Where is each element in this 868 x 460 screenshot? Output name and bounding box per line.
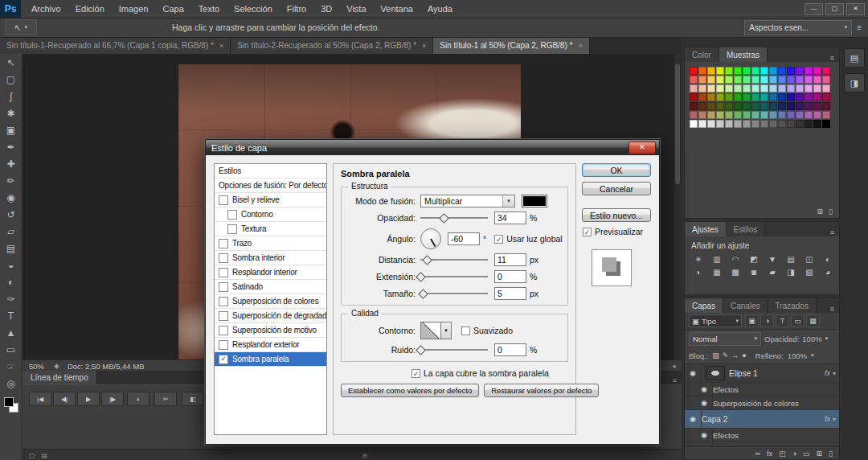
color-swatch[interactable]: [707, 76, 715, 84]
color-swatch[interactable]: [751, 76, 760, 84]
color-swatch[interactable]: [690, 67, 698, 75]
color-swatch[interactable]: [796, 67, 804, 75]
color-swatch[interactable]: [734, 120, 742, 128]
layer-blend-mode-select[interactable]: Normal ▾: [689, 332, 761, 346]
vibrance-icon[interactable]: ▼: [764, 253, 781, 265]
style-item-contorno[interactable]: Contorno: [215, 207, 326, 222]
menu-ventana[interactable]: Ventana: [374, 0, 420, 18]
clone-stamp-tool[interactable]: ◉: [0, 189, 22, 206]
zoom-level[interactable]: 50%: [23, 362, 51, 371]
new-adjustment-layer-icon[interactable]: ◑: [792, 450, 796, 458]
contour-dropdown-icon[interactable]: ▾: [441, 322, 452, 339]
style-item-trazo[interactable]: Trazo: [215, 236, 326, 251]
noise-value[interactable]: 0: [494, 343, 526, 356]
set-defaults-button[interactable]: Establecer como valores por defecto: [341, 384, 479, 397]
style-checkbox[interactable]: [219, 253, 228, 263]
color-swatch[interactable]: [734, 111, 742, 119]
menu-seleccion[interactable]: Selección: [227, 0, 280, 18]
color-swatch[interactable]: [813, 102, 821, 110]
collapse-icon[interactable]: ▸: [673, 362, 682, 370]
spread-slider[interactable]: [420, 272, 488, 281]
color-swatch[interactable]: [778, 84, 786, 92]
cancel-button[interactable]: Cancelar: [582, 182, 651, 195]
visibility-eye-icon[interactable]: ◉: [696, 396, 713, 409]
distance-value[interactable]: 11: [494, 253, 526, 266]
color-swatch[interactable]: [751, 120, 760, 128]
new-layer-icon[interactable]: ⊞: [817, 450, 823, 458]
color-swatch[interactable]: [707, 67, 715, 75]
tab-timeline[interactable]: Línea de tiempo: [23, 371, 97, 384]
visibility-eye-icon[interactable]: ◉: [696, 383, 713, 396]
posterize-icon[interactable]: ▰: [764, 266, 781, 278]
color-swatch[interactable]: [725, 120, 733, 128]
color-swatch[interactable]: [822, 111, 830, 119]
color-swatch[interactable]: [813, 111, 821, 119]
style-item-satinado[interactable]: Satinado: [215, 280, 326, 294]
tab-estilos[interactable]: Estilos: [727, 222, 765, 236]
document-tab[interactable]: Sin título-1-Recuperado al 66,7% (Capa 1…: [0, 37, 231, 54]
color-swatch[interactable]: [743, 102, 751, 110]
shape-tool[interactable]: ▭: [0, 341, 22, 358]
move-tool[interactable]: ↖: [0, 54, 22, 71]
minimize-button[interactable]: —: [805, 3, 823, 15]
tab-trazados[interactable]: Trazados: [768, 298, 817, 313]
color-swatch[interactable]: [805, 67, 813, 75]
tab-close-icon[interactable]: ×: [578, 42, 582, 50]
color-swatch[interactable]: [822, 67, 830, 75]
color-swatch[interactable]: [822, 76, 830, 84]
style-checkbox[interactable]: [219, 195, 228, 205]
antialias-checkbox[interactable]: [461, 327, 470, 335]
panel-menu-icon[interactable]: ≡: [857, 23, 862, 32]
color-swatch[interactable]: [751, 67, 760, 75]
layer-fill-value[interactable]: 100%: [788, 351, 807, 360]
color-swatch[interactable]: [813, 67, 821, 75]
add-layer-mask-icon[interactable]: ◰: [779, 450, 786, 458]
color-swatch[interactable]: [769, 120, 777, 128]
style-checkbox[interactable]: [219, 326, 228, 335]
curves-icon[interactable]: ◠: [727, 253, 744, 265]
tab-ajustes[interactable]: Ajustes: [685, 222, 727, 236]
dodge-tool[interactable]: ◐: [0, 273, 22, 290]
size-value[interactable]: 5: [494, 287, 526, 300]
panel-menu-icon[interactable]: ≡: [668, 376, 682, 384]
style-item-sombra-paralela[interactable]: ✓Sombra paralela: [215, 352, 326, 367]
menu-vista[interactable]: Vista: [339, 0, 373, 18]
color-swatch[interactable]: [778, 102, 786, 110]
photo-filter-icon[interactable]: ◗: [690, 266, 707, 278]
color-swatch[interactable]: [805, 120, 813, 128]
style-checkbox[interactable]: [227, 224, 237, 234]
color-swatch[interactable]: [743, 84, 751, 92]
next-frame-button[interactable]: |▶: [101, 392, 124, 406]
color-swatch[interactable]: [725, 76, 733, 84]
brush-tool[interactable]: ✏: [0, 172, 22, 189]
style-item-estilos[interactable]: Estilos: [215, 164, 326, 179]
eyedropper-tool[interactable]: ✒: [0, 138, 22, 155]
color-swatch[interactable]: [725, 84, 733, 92]
gradient-tool[interactable]: ▤: [0, 240, 22, 257]
previous-frame-button[interactable]: ◀|: [53, 392, 76, 406]
color-swatch[interactable]: [716, 76, 724, 84]
link-layers-icon[interactable]: ∞: [755, 450, 760, 458]
style-checkbox[interactable]: [219, 311, 228, 321]
color-swatch[interactable]: [822, 120, 830, 128]
dialog-titlebar[interactable]: Estilo de capa ✕: [206, 140, 659, 155]
color-swatch[interactable]: [751, 93, 760, 101]
color-swatch[interactable]: [716, 67, 724, 75]
color-swatch[interactable]: [698, 84, 706, 92]
color-swatch[interactable]: [716, 102, 724, 110]
selective-color-icon[interactable]: ◕: [819, 266, 837, 278]
color-swatch[interactable]: [813, 84, 821, 92]
color-swatch[interactable]: [769, 76, 777, 84]
angle-value[interactable]: -60: [448, 232, 480, 245]
color-swatch[interactable]: [778, 76, 786, 84]
color-swatch[interactable]: [707, 93, 715, 101]
color-swatch[interactable]: [805, 111, 813, 119]
color-swatch[interactable]: [822, 93, 830, 101]
color-swatch[interactable]: [778, 93, 786, 101]
angle-dial[interactable]: [420, 228, 441, 249]
delete-layer-icon[interactable]: ▯: [829, 450, 833, 458]
exposure-icon[interactable]: ◩: [745, 253, 763, 265]
style-item-superposicion-de-motivo[interactable]: Superposición de motivo: [215, 323, 326, 338]
color-swatch[interactable]: [796, 93, 804, 101]
split-clip-button[interactable]: ✂: [154, 392, 177, 406]
